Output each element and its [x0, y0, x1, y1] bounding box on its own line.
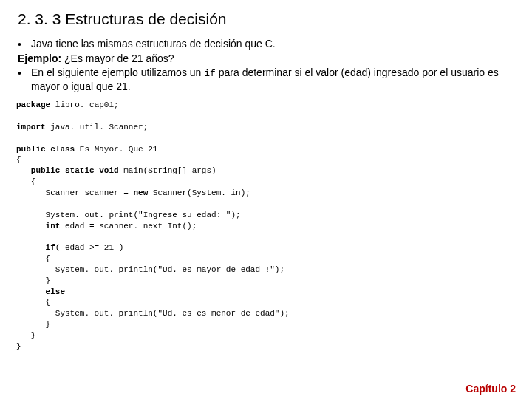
code-text: Scanner(System. in); [148, 188, 250, 197]
code-text: } [16, 276, 50, 285]
footer-chapter: Capítulo 2 [466, 383, 516, 395]
code-text: } [16, 331, 35, 340]
code-text: ( edad >= 21 ) [55, 243, 123, 252]
example-text: ¿Es mayor de 21 años? [61, 52, 174, 64]
code-text: Scanner scanner = [16, 188, 133, 197]
code-text: System. out. print("Ingrese su edad: "); [16, 211, 241, 219]
example-label: Ejemplo: [18, 52, 61, 64]
code-keyword: import [16, 123, 46, 132]
bullet-text: Java tiene las mismas estructuras de dec… [31, 37, 519, 52]
example-line: Ejemplo: ¿Es mayor de 21 años? [18, 52, 519, 66]
bullet-item: • Java tiene las mismas estructuras de d… [18, 37, 519, 52]
code-text: libro. cap01; [50, 100, 118, 109]
code-keyword: public class [16, 145, 80, 154]
code-keyword: new [133, 188, 148, 197]
body-text: • Java tiene las mismas estructuras de d… [18, 37, 519, 94]
bullet-item: • En el siguiente ejemplo utilizamos un … [18, 66, 519, 94]
code-text: { [16, 254, 50, 263]
code-keyword: package [16, 100, 50, 109]
code-text: { [16, 155, 21, 164]
code-keyword: int [16, 222, 60, 231]
code-text: System. out. println("Ud. es es menor de… [16, 309, 290, 318]
code-text: { [16, 177, 35, 186]
code-text: { [16, 298, 50, 307]
code-keyword: if [16, 243, 55, 252]
code-text: java. util. Scanner; [46, 123, 149, 132]
code-text: edad = scanner. next Int(); [60, 222, 197, 231]
code-text: main(String[] args) [123, 166, 216, 175]
bullet-dot: • [18, 66, 31, 94]
code-keyword: else [16, 287, 65, 296]
code-block: package libro. cap01; import java. util.… [16, 100, 519, 352]
bullet-text: En el siguiente ejemplo utilizamos un if… [31, 66, 519, 94]
bullet-dot: • [18, 38, 31, 52]
section-title: 2. 3. 3 Estructuras de decisión [18, 10, 519, 28]
code-text: } [16, 342, 21, 351]
bullet-text-part: En el siguiente ejemplo utilizamos un [31, 66, 204, 78]
code-text: } [16, 320, 50, 329]
inline-code: if [204, 68, 216, 79]
code-text: System. out. println("Ud. es mayor de ed… [16, 265, 284, 274]
code-keyword: public static void [16, 166, 123, 175]
code-text: Es Mayor. Que 21 [80, 145, 158, 154]
